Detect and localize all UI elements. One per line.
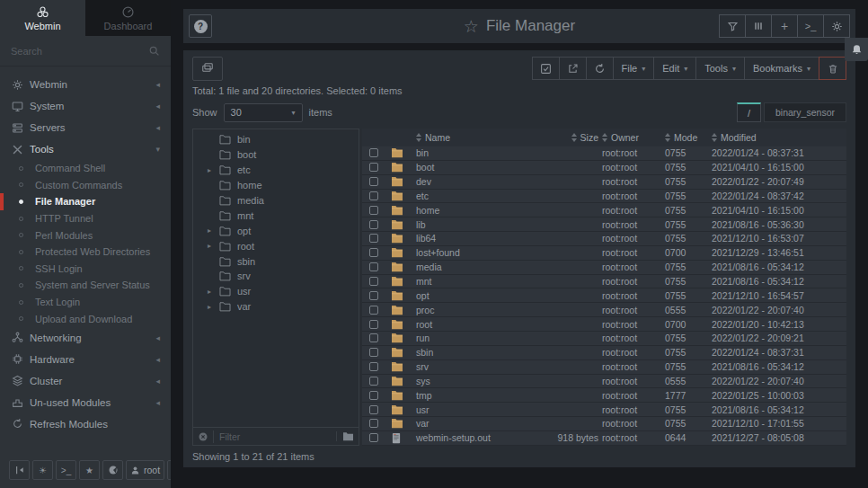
tools-menu-button[interactable]: Tools ▾: [695, 57, 745, 80]
column-header-modified[interactable]: Modified: [712, 132, 846, 143]
tab-dashboard[interactable]: Dashboard: [85, 0, 171, 36]
row-checkbox[interactable]: [362, 419, 385, 428]
row-checkbox[interactable]: [362, 391, 385, 400]
theme-sun-button[interactable]: ☀: [32, 460, 53, 480]
terminal-shortcut-button[interactable]: >_: [56, 460, 76, 480]
bookmarks-menu-button[interactable]: Bookmarks ▾: [744, 57, 819, 80]
tree-item-etc[interactable]: ▸etc: [193, 163, 359, 178]
user-button[interactable]: root: [126, 460, 164, 480]
table-row-lib[interactable]: libroot:root07552021/08/16 - 05:36:30: [362, 217, 846, 232]
table-row-opt[interactable]: optroot:root07552021/12/10 - 16:54:57: [362, 288, 846, 303]
table-row-lost-found[interactable]: lost+foundroot:root07002021/12/29 - 13:4…: [362, 246, 846, 261]
table-row-bin[interactable]: binroot:root07552022/01/24 - 08:37:31: [362, 146, 846, 161]
tree-expand-icon[interactable]: ▸: [206, 242, 213, 250]
row-checkbox[interactable]: [362, 234, 385, 243]
row-checkbox[interactable]: [362, 348, 385, 357]
column-header-mode[interactable]: Mode: [665, 132, 712, 143]
row-checkbox[interactable]: [362, 405, 385, 414]
select-all-button[interactable]: [532, 57, 560, 80]
favorite-star-icon[interactable]: ☆: [464, 16, 479, 37]
sidebar-item-perl-modules[interactable]: Perl Modules: [0, 226, 171, 244]
grid-view-button[interactable]: [192, 57, 223, 81]
root-path-button[interactable]: /: [737, 102, 761, 122]
delete-button[interactable]: [819, 57, 846, 80]
clear-filter-icon[interactable]: [198, 431, 208, 442]
current-path-field[interactable]: binary_sensor: [764, 102, 846, 122]
search-input[interactable]: [11, 46, 148, 57]
table-row-root[interactable]: rootroot:root07002022/01/20 - 10:42:13: [362, 317, 846, 332]
sidebar-item-tools[interactable]: Tools▾: [0, 138, 171, 160]
table-row-home[interactable]: homeroot:root07552021/04/10 - 16:15:00: [362, 203, 846, 217]
sidebar-item-ssh-login[interactable]: SSH Login: [0, 261, 171, 278]
refresh-button[interactable]: [586, 57, 614, 80]
tree-folder-button[interactable]: [336, 431, 354, 441]
sidebar-item-file-manager[interactable]: File Manager: [0, 193, 171, 210]
table-row-webmin-setup-out[interactable]: webmin-setup.out918 bytesroot:root064420…: [362, 431, 846, 446]
sidebar-item-http-tunnel[interactable]: HTTP Tunnel: [0, 210, 171, 227]
add-button[interactable]: +: [771, 14, 798, 38]
tree-item-var[interactable]: ▸var: [193, 299, 359, 315]
tree-item-bin[interactable]: bin: [193, 132, 359, 147]
file-menu-button[interactable]: File ▾: [613, 57, 655, 80]
table-row-run[interactable]: runroot:root07552022/01/22 - 20:09:21: [362, 332, 846, 346]
table-row-tmp[interactable]: tmproot:root17772022/01/25 - 10:00:03: [362, 388, 846, 403]
sidebar-item-system-and-server-status[interactable]: System and Server Status: [0, 277, 171, 294]
row-checkbox[interactable]: [362, 277, 385, 286]
tree-item-usr[interactable]: ▸usr: [193, 284, 359, 299]
row-checkbox[interactable]: [362, 306, 385, 315]
table-row-sys[interactable]: sysroot:root05552022/01/22 - 20:07:40: [362, 375, 846, 389]
table-row-mnt[interactable]: mntroot:root07552021/08/16 - 05:34:12: [362, 275, 846, 289]
notifications-bell[interactable]: [845, 38, 868, 61]
shell-button[interactable]: >_: [797, 14, 824, 38]
row-checkbox[interactable]: [362, 433, 385, 442]
tree-expand-icon[interactable]: ▸: [206, 288, 213, 296]
tree-item-root[interactable]: ▸root: [193, 238, 359, 253]
row-checkbox[interactable]: [362, 248, 385, 257]
sidebar-item-text-login[interactable]: Text Login: [0, 294, 171, 311]
row-checkbox[interactable]: [362, 320, 385, 329]
filter-button[interactable]: [719, 14, 746, 38]
table-row-media[interactable]: mediaroot:root07552021/08/16 - 05:34:12: [362, 261, 846, 275]
tree-item-srv[interactable]: srv: [193, 269, 359, 284]
tree-item-mnt[interactable]: mnt: [193, 208, 359, 223]
table-row-var[interactable]: varroot:root07552021/12/10 - 17:01:55: [362, 417, 846, 431]
row-checkbox[interactable]: [362, 163, 385, 172]
sidebar-item-servers[interactable]: Servers◂: [0, 117, 171, 138]
column-header-owner[interactable]: Owner: [602, 132, 665, 143]
table-row-srv[interactable]: srvroot:root07552021/08/16 - 05:34:12: [362, 360, 846, 375]
favorites-button[interactable]: ★: [79, 460, 100, 480]
tree-expand-icon[interactable]: ▸: [206, 166, 213, 174]
table-row-dev[interactable]: devroot:root07552022/01/22 - 20:07:49: [362, 175, 846, 190]
row-checkbox[interactable]: [362, 220, 385, 229]
share-button[interactable]: [559, 57, 587, 80]
settings-button[interactable]: [823, 14, 850, 38]
row-checkbox[interactable]: [362, 362, 385, 371]
tree-item-opt[interactable]: ▸opt: [193, 223, 359, 238]
row-checkbox[interactable]: [362, 191, 385, 200]
tree-expand-icon[interactable]: ▸: [206, 226, 213, 235]
language-stats-button[interactable]: [102, 460, 123, 480]
sidebar-item-command-shell[interactable]: Command Shell: [0, 160, 171, 177]
tree-filter-input[interactable]: [213, 430, 332, 443]
sidebar-item-system[interactable]: System◂: [0, 95, 171, 117]
tree-item-sbin[interactable]: sbin: [193, 253, 359, 269]
row-checkbox[interactable]: [362, 177, 385, 186]
page-size-select[interactable]: 30 ▾: [224, 103, 303, 122]
table-row-usr[interactable]: usrroot:root07552021/08/16 - 05:34:12: [362, 403, 846, 417]
row-checkbox[interactable]: [362, 206, 385, 215]
sidebar-item-upload-and-download[interactable]: Upload and Download: [0, 310, 171, 327]
sidebar-item-networking[interactable]: Networking◂: [0, 327, 171, 349]
tree-item-media[interactable]: media: [193, 193, 359, 209]
row-checkbox[interactable]: [362, 333, 385, 342]
row-checkbox[interactable]: [362, 377, 385, 386]
sidebar-item-webmin[interactable]: Webmin◂: [0, 74, 171, 95]
edit-menu-button[interactable]: Edit ▾: [653, 57, 696, 80]
sidebar-item-cluster[interactable]: Cluster◂: [0, 370, 171, 392]
column-header-size[interactable]: Size: [508, 132, 602, 143]
table-row-etc[interactable]: etcroot:root07552022/01/24 - 08:37:42: [362, 190, 846, 204]
sidebar-item-protected-web-directories[interactable]: Protected Web Directories: [0, 244, 171, 261]
table-row-proc[interactable]: procroot:root05552022/01/22 - 20:07:40: [362, 303, 846, 317]
collapse-sidebar-button[interactable]: [9, 460, 30, 480]
sidebar-item-custom-commands[interactable]: Custom Commands: [0, 177, 171, 194]
table-row-lib64[interactable]: lib64root:root07552021/12/10 - 16:53:07: [362, 232, 846, 246]
